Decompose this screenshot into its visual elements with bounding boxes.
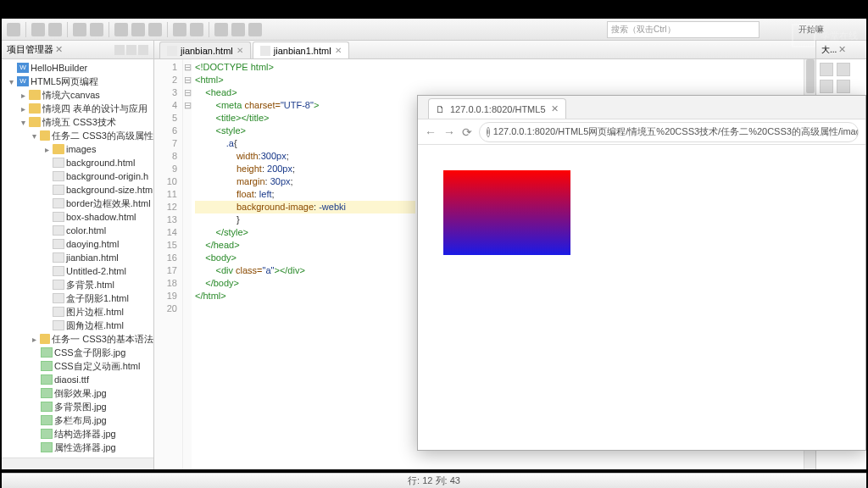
close-icon[interactable]: ✕ [335, 46, 342, 55]
jpg-icon [41, 374, 53, 385]
tree-item[interactable]: ▾WHTML5网页编程 [2, 75, 153, 88]
tool-icon[interactable] [837, 80, 850, 93]
tree-label: 多背景.html [66, 279, 114, 291]
tree-item[interactable]: ▸情境四 表单的设计与应用 [2, 102, 153, 115]
html-icon [53, 293, 64, 303]
twisty-icon[interactable]: ▾ [17, 118, 29, 127]
horizontal-scrollbar[interactable] [2, 458, 153, 469]
tree-item[interactable]: WHelloHBuilder [2, 61, 153, 75]
tree-item[interactable]: background-origin.h [2, 169, 153, 183]
twisty-icon[interactable]: ▸ [17, 91, 29, 100]
copy-icon[interactable] [131, 23, 145, 36]
forward-icon[interactable]: → [443, 125, 455, 139]
tree-item[interactable]: ▸images [2, 142, 153, 156]
tree-item[interactable]: Untitled-2.html [2, 264, 153, 278]
tree-item[interactable]: 倒影效果.jpg [2, 386, 153, 400]
tree-item[interactable]: background-size.htm [2, 183, 153, 197]
browser-toolbar: ← → ⟳ i 127.0.0.1:8020/HTML5网页编程/情境五%20C… [418, 119, 865, 145]
new-icon[interactable] [7, 23, 20, 36]
editor-tabs: jianbian.html✕jianbian1.html✕ [154, 41, 815, 59]
editor-tab[interactable]: jianbian1.html✕ [253, 42, 349, 58]
tree-item[interactable]: CSS自定义动画.html [2, 359, 153, 373]
close-tab-icon[interactable]: ✕ [551, 103, 559, 114]
w-icon: W [17, 76, 29, 86]
tree-item[interactable]: CSS盒子阴影.jpg [2, 346, 153, 359]
undo-icon[interactable] [73, 23, 86, 36]
link-icon[interactable] [126, 45, 136, 55]
tree-label: 情境四 表单的设计与应用 [42, 103, 147, 115]
tree-item[interactable]: 图片边框.html [2, 305, 153, 319]
tree-label: 结构选择器.jpg [54, 428, 116, 441]
tree-label: daoying.html [66, 239, 119, 249]
tree-item[interactable]: ▾情境五 CSS3技术 [2, 115, 153, 129]
tree-item[interactable]: daoying.html [2, 237, 153, 251]
scroll-thumb[interactable] [806, 59, 815, 93]
run-icon[interactable] [173, 23, 186, 36]
global-search-input[interactable]: 搜索（双击Ctrl） [607, 21, 760, 38]
tree-item[interactable]: ▾任务二 CSS3的高级属性 [2, 129, 153, 142]
tree-item[interactable]: diaosi.ttf [2, 373, 153, 386]
tool-icon[interactable] [820, 63, 833, 76]
w-icon: W [17, 63, 29, 73]
jpg-icon [41, 361, 53, 371]
close-icon[interactable]: ✕ [55, 44, 63, 55]
twisty-icon[interactable]: ▸ [29, 335, 40, 344]
tree-label: jianbian.html [66, 252, 119, 263]
fold-gutter[interactable]: ⊟⊟⊟⊟ [183, 59, 192, 469]
debug-icon[interactable] [190, 23, 203, 36]
jpg-icon [41, 429, 53, 439]
tree-label: background-size.htm [66, 185, 153, 195]
tree-item[interactable]: 多背景图.jpg [2, 400, 153, 413]
twisty-icon[interactable]: ▸ [41, 145, 53, 154]
tree-item[interactable]: ▸情境六canvas [2, 88, 153, 102]
paste-icon[interactable] [148, 23, 162, 36]
color-icon[interactable] [231, 23, 245, 36]
tree-item[interactable]: 结构选择器.jpg [2, 427, 153, 441]
menu-icon[interactable] [138, 45, 148, 55]
tree-item[interactable]: color.html [2, 224, 153, 237]
reload-icon[interactable]: ⟳ [462, 125, 472, 139]
browser-tab[interactable]: 🗋 127.0.0.1:8020/HTML5 ✕ [428, 98, 566, 119]
back-icon[interactable]: ← [425, 125, 437, 139]
info-icon[interactable]: i [487, 127, 490, 137]
html-icon [53, 225, 64, 236]
editor-tab[interactable]: jianbian.html✕ [159, 42, 251, 58]
text-icon[interactable] [214, 23, 228, 36]
redo-icon[interactable] [90, 23, 103, 36]
address-bar[interactable]: i 127.0.0.1:8020/HTML5网页编程/情境五%20CSS3技术/… [479, 122, 859, 142]
tree-item[interactable]: 圆角边框.html [2, 319, 153, 332]
tab-label: jianbian.html [181, 46, 233, 56]
watermark: 学堂在线 [792, 24, 858, 47]
tree-item[interactable]: background.html [2, 156, 153, 169]
tree-label: diaosi.ttf [54, 374, 89, 385]
twisty-icon[interactable]: ▾ [5, 77, 17, 86]
jpg-icon [41, 347, 53, 358]
tree-item[interactable]: 属性选择器.jpg [2, 441, 153, 454]
close-icon[interactable]: ✕ [236, 46, 243, 55]
twisty-icon[interactable]: ▾ [29, 131, 40, 141]
tree-label: HTML5网页编程 [31, 75, 98, 88]
twisty-icon[interactable]: ▸ [17, 104, 29, 114]
file-icon [167, 46, 177, 56]
tree-item[interactable]: ▸任务一 CSS3的基本语法 [2, 332, 153, 346]
save-all-icon[interactable] [48, 23, 62, 36]
tree-item[interactable]: 盒子阴影1.html [2, 291, 153, 305]
tool-icon[interactable] [820, 80, 833, 93]
tree-item[interactable]: 多栏布局.jpg [2, 413, 153, 427]
tree-item[interactable]: jianbian.html [2, 251, 153, 264]
file-tree[interactable]: WHelloHBuilder▾WHTML5网页编程▸情境六canvas▸情境四 … [2, 59, 153, 458]
tree-label: CSS盒子阴影.jpg [54, 347, 125, 359]
tree-item[interactable]: border边框效果.html [2, 197, 153, 210]
browser-viewport [418, 170, 865, 255]
save-icon[interactable] [31, 23, 45, 36]
tree-item[interactable]: box-shadow.html [2, 210, 153, 224]
tree-item[interactable]: 多背景.html [2, 278, 153, 291]
format-icon[interactable] [248, 23, 262, 36]
collapse-icon[interactable] [114, 45, 125, 55]
tree-label: 情境五 CSS3技术 [42, 116, 116, 129]
tree-label: color.html [66, 225, 106, 236]
tool-icon[interactable] [837, 63, 850, 76]
html-icon [53, 185, 64, 195]
cut-icon[interactable] [114, 23, 128, 36]
separator [108, 22, 109, 37]
